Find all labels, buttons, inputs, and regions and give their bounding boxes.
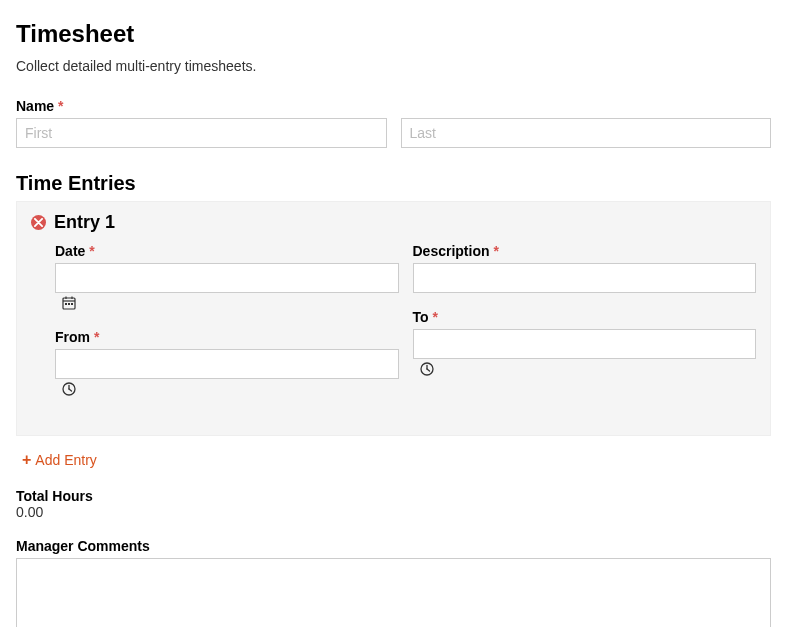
from-input[interactable]: [55, 349, 399, 379]
clock-icon[interactable]: [59, 379, 79, 399]
page-subtitle: Collect detailed multi-entry timesheets.: [16, 58, 771, 74]
plus-icon: +: [22, 452, 31, 468]
remove-entry-button[interactable]: [31, 215, 46, 230]
last-name-input[interactable]: [401, 118, 772, 148]
entry-panel: Entry 1 Date * From *: [16, 201, 771, 436]
name-label: Name *: [16, 98, 771, 114]
time-entries-heading: Time Entries: [16, 172, 771, 195]
add-entry-button[interactable]: + Add Entry: [22, 452, 97, 468]
required-marker: *: [58, 98, 63, 114]
description-label: Description *: [413, 243, 757, 259]
close-icon: [34, 218, 43, 227]
total-hours-value: 0.00: [16, 504, 771, 520]
svg-rect-6: [71, 303, 73, 305]
total-hours-label: Total Hours: [16, 488, 771, 504]
svg-line-9: [69, 389, 72, 391]
svg-rect-5: [68, 303, 70, 305]
svg-rect-4: [65, 303, 67, 305]
description-input[interactable]: [413, 263, 757, 293]
svg-line-12: [427, 369, 430, 371]
first-name-input[interactable]: [16, 118, 387, 148]
date-input[interactable]: [55, 263, 399, 293]
clock-icon[interactable]: [417, 359, 437, 379]
to-label: To *: [413, 309, 757, 325]
date-label: Date *: [55, 243, 399, 259]
entry-title: Entry 1: [54, 212, 115, 233]
page-title: Timesheet: [16, 20, 771, 48]
from-label: From *: [55, 329, 399, 345]
comments-textarea[interactable]: [16, 558, 771, 627]
add-entry-label: Add Entry: [35, 452, 96, 468]
to-input[interactable]: [413, 329, 757, 359]
comments-label: Manager Comments: [16, 538, 771, 554]
calendar-icon[interactable]: [59, 293, 79, 313]
